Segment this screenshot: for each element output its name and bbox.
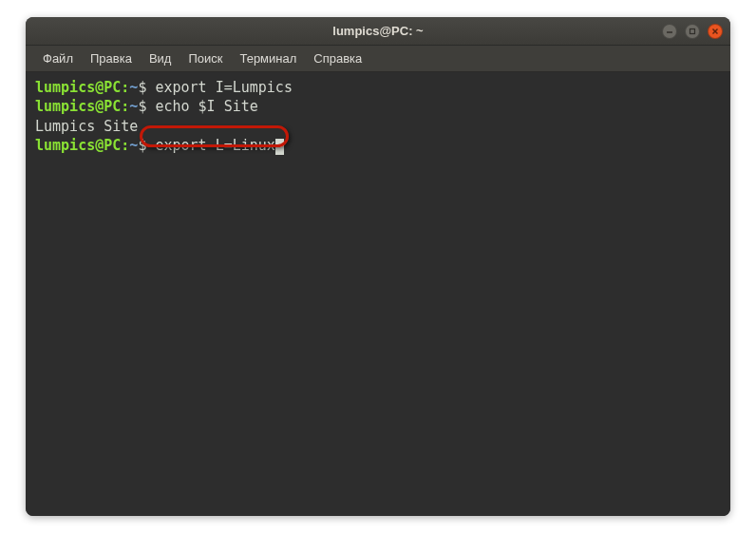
menu-search[interactable]: Поиск <box>180 48 230 69</box>
terminal-line: lumpics@PC:~$ export I=Lumpics <box>35 78 721 97</box>
terminal-body[interactable]: lumpics@PC:~$ export I=Lumpics lumpics@P… <box>26 72 730 516</box>
terminal-line: Lumpics Site <box>35 117 721 136</box>
command-text: export I=Lumpics <box>155 79 293 96</box>
output-text: Lumpics Site <box>35 118 138 135</box>
menu-file[interactable]: Файл <box>35 48 81 69</box>
prompt-user: lumpics@PC <box>35 98 121 115</box>
prompt-sep: : <box>121 98 129 115</box>
close-button[interactable] <box>708 24 723 39</box>
terminal-line: lumpics@PC:~$ export L=Linux <box>35 136 721 155</box>
menu-edit[interactable]: Правка <box>83 48 140 69</box>
titlebar: lumpics@PC: ~ <box>26 17 730 46</box>
window-title: lumpics@PC: ~ <box>332 24 423 38</box>
terminal-line: lumpics@PC:~$ echo $I Site <box>35 97 721 116</box>
command-text: export L=Linux <box>155 137 274 154</box>
prompt-dollar: $ <box>138 79 146 96</box>
prompt-user: lumpics@PC <box>35 137 121 154</box>
prompt-sep: : <box>121 137 129 154</box>
menu-view[interactable]: Вид <box>142 48 180 69</box>
menu-help[interactable]: Справка <box>306 48 369 69</box>
prompt-dollar: $ <box>138 98 146 115</box>
prompt-user: lumpics@PC <box>35 79 121 96</box>
maximize-button[interactable] <box>685 24 700 39</box>
terminal-window: lumpics@PC: ~ Файл Правка Вид Поиск Терм… <box>26 17 730 516</box>
prompt-sep: : <box>121 79 129 96</box>
minimize-button[interactable] <box>662 24 677 39</box>
menubar: Файл Правка Вид Поиск Терминал Справка <box>26 46 730 72</box>
command-text: echo $I Site <box>155 98 257 115</box>
menu-terminal[interactable]: Терминал <box>232 48 304 69</box>
svg-rect-1 <box>690 29 695 33</box>
window-controls <box>662 24 723 39</box>
cursor-icon <box>275 139 284 155</box>
prompt-dollar: $ <box>138 137 146 154</box>
